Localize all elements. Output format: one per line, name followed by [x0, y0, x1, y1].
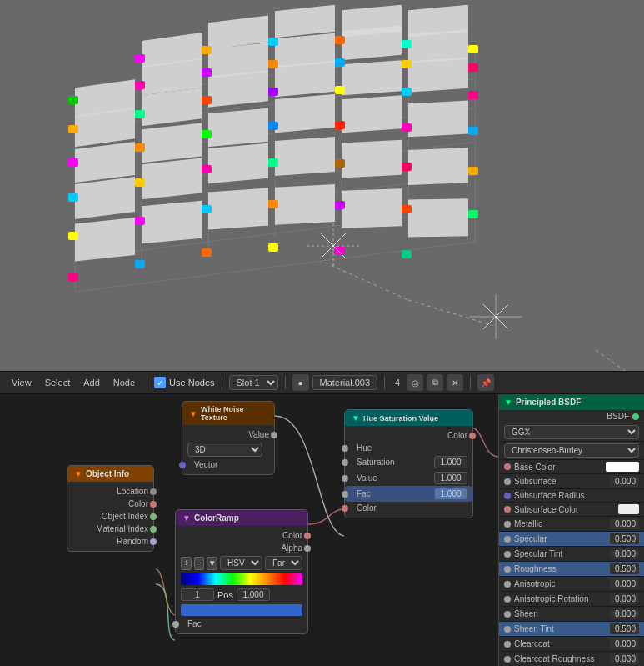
- svg-rect-93: [202, 248, 212, 257]
- copy-icon[interactable]: ⧉: [427, 374, 443, 391]
- clearcoat-socket: [504, 641, 511, 648]
- bsdf-title: Principled BSDF: [516, 398, 581, 407]
- svg-rect-37: [408, 101, 468, 138]
- color-ramp-gradient[interactable]: [181, 573, 302, 585]
- shield-icon[interactable]: ◎: [407, 374, 423, 391]
- color-in-label: Color: [357, 503, 467, 513]
- subsurface-color-swatch[interactable]: [618, 504, 639, 514]
- svg-rect-66: [268, 88, 278, 96]
- ramp-alpha-output-row: Alpha: [176, 542, 307, 554]
- close-icon[interactable]: ✕: [447, 374, 463, 391]
- bsdf-anisotropic-row: Anisotropic 0.000: [499, 577, 644, 592]
- stop-index-field[interactable]: 1: [181, 588, 214, 601]
- svg-rect-51: [202, 46, 212, 54]
- menu-item-add[interactable]: Add: [78, 376, 105, 389]
- svg-rect-91: [68, 273, 78, 282]
- svg-rect-72: [202, 130, 212, 138]
- svg-rect-29: [275, 61, 335, 97]
- separator-1: [147, 376, 147, 389]
- use-nodes-container: ✓ Use Nodes: [154, 377, 214, 388]
- slot-dropdown[interactable]: Slot 1: [229, 375, 278, 390]
- clearcoat-value[interactable]: 0.000: [610, 638, 639, 649]
- clearcoat-roughness-socket: [504, 656, 511, 663]
- svg-rect-34: [208, 108, 268, 147]
- location-label: Location: [72, 487, 148, 496]
- svg-rect-96: [402, 250, 412, 258]
- pos-value-field[interactable]: 1.000: [237, 588, 270, 601]
- svg-rect-55: [468, 45, 478, 53]
- white-noise-title: White Noise Texture: [201, 405, 267, 422]
- bsdf-specular-tint-row: Specular Tint 0.000: [499, 547, 644, 562]
- base-color-swatch[interactable]: [606, 462, 639, 472]
- use-nodes-checkbox[interactable]: ✓: [154, 377, 166, 388]
- fac-value-field[interactable]: 1.000: [434, 488, 467, 500]
- material-name[interactable]: Material.003: [312, 375, 378, 390]
- hue-sat-color-out-label: Color: [350, 431, 467, 440]
- fac-label: Fac: [357, 489, 431, 498]
- anisotropic-rot-value[interactable]: 0.000: [610, 593, 639, 604]
- distribution-dropdown[interactable]: GGX: [504, 425, 639, 439]
- val-in-socket: [342, 475, 348, 482]
- sheen-tint-value[interactable]: 0.500: [610, 623, 639, 634]
- bsdf-distribution-row: GGX: [499, 423, 644, 442]
- roughness-value[interactable]: 0.500: [610, 563, 639, 574]
- ramp-color-out-socket: [304, 533, 311, 539]
- svg-rect-44: [75, 218, 135, 262]
- object-info-title: Object Info: [86, 469, 129, 478]
- hue-sat-color-out-socket: [469, 433, 476, 439]
- subsurface-value[interactable]: 0.000: [610, 476, 639, 487]
- bsdf-subsurface-row: Subsurface 0.000: [499, 474, 644, 489]
- hue-in-socket: [342, 445, 348, 452]
- ramp-interp-dropdown[interactable]: Far: [265, 556, 302, 570]
- node-count: 4: [392, 378, 403, 388]
- metallic-label: Metallic: [514, 519, 610, 528]
- svg-rect-38: [75, 177, 135, 219]
- random-socket: [150, 538, 157, 545]
- ramp-mode-dropdown[interactable]: HSV: [220, 556, 262, 570]
- fac-input-row: Fac 1.000: [345, 486, 472, 502]
- sheen-socket: [504, 611, 511, 618]
- ramp-alpha-out-label: Alpha: [181, 543, 302, 553]
- svg-rect-76: [468, 127, 478, 135]
- use-nodes-label: Use Nodes: [169, 378, 214, 388]
- base-color-socket: [504, 463, 511, 470]
- svg-rect-60: [335, 58, 345, 67]
- vector-input-row: Vector: [182, 458, 274, 471]
- white-noise-header: ▼ White Noise Texture: [182, 402, 274, 425]
- anisotropic-rot-socket: [504, 596, 511, 603]
- anisotropic-value[interactable]: 0.000: [610, 578, 639, 589]
- svg-rect-85: [135, 217, 145, 225]
- svg-rect-30: [342, 60, 402, 95]
- node-editor[interactable]: ▼ Object Info Location Color Object Inde…: [0, 394, 644, 666]
- viewport[interactable]: [0, 0, 644, 371]
- clearcoat-roughness-value[interactable]: 0.030: [610, 653, 639, 664]
- dimension-dropdown[interactable]: 3D: [187, 443, 262, 457]
- sphere-icon[interactable]: ●: [292, 374, 309, 391]
- specular-tint-value[interactable]: 0.000: [610, 548, 639, 559]
- svg-rect-33: [142, 123, 202, 163]
- ramp-remove-btn[interactable]: −: [194, 557, 205, 570]
- bsdf-subsurface-radius-row: Subsurface Radius: [499, 489, 644, 503]
- sat-value-field[interactable]: 1.000: [434, 456, 467, 468]
- ramp-fac-input-row: Fac: [176, 618, 307, 630]
- sheen-value[interactable]: 0.000: [610, 608, 639, 619]
- bsdf-anisotropic-rot-row: Anisotropic Rotation 0.000: [499, 592, 644, 607]
- ramp-selected-color[interactable]: [181, 604, 302, 616]
- hue-sat-node: ▼ Hue Saturation Value Color Hue Saturat…: [344, 409, 473, 518]
- specular-value[interactable]: 0.500: [610, 533, 639, 544]
- svg-rect-86: [202, 205, 212, 213]
- menu-item-select[interactable]: Select: [40, 376, 76, 389]
- ramp-add-btn[interactable]: +: [181, 557, 192, 570]
- pin-icon[interactable]: 📌: [477, 374, 494, 391]
- menu-item-node[interactable]: Node: [108, 376, 140, 389]
- val-value-field[interactable]: 1.000: [434, 472, 467, 484]
- menu-item-view[interactable]: View: [7, 376, 37, 389]
- ramp-arrow-btn[interactable]: ▼: [207, 557, 217, 570]
- svg-rect-40: [208, 143, 268, 183]
- subsurface-method-dropdown[interactable]: Christensen-Burley: [504, 443, 639, 458]
- sheen-label: Sheen: [514, 609, 610, 618]
- hue-sat-header: ▼ Hue Saturation Value: [345, 410, 472, 426]
- metallic-value[interactable]: 0.000: [610, 518, 639, 529]
- val-label: Value: [357, 473, 431, 483]
- ramp-alpha-out-socket: [304, 545, 311, 552]
